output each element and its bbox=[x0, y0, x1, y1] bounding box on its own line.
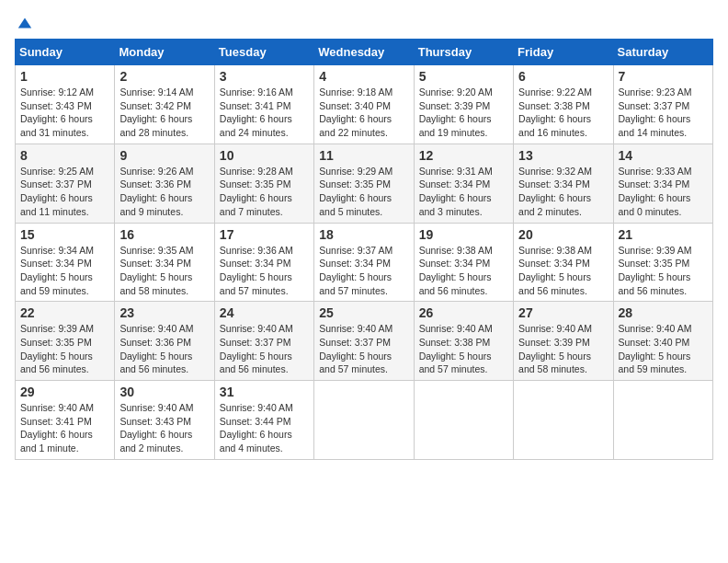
day-number: 17 bbox=[220, 227, 309, 242]
calendar-cell bbox=[514, 381, 613, 460]
day-number: 28 bbox=[619, 305, 708, 320]
calendar-header-sunday: Sunday bbox=[16, 40, 115, 65]
day-info: Sunrise: 9:40 AMSunset: 3:41 PMDaylight:… bbox=[20, 401, 109, 455]
svg-marker-0 bbox=[18, 18, 31, 29]
day-info: Sunrise: 9:40 AMSunset: 3:43 PMDaylight:… bbox=[119, 401, 209, 455]
day-info: Sunrise: 9:38 AMSunset: 3:34 PMDaylight:… bbox=[419, 244, 508, 298]
day-info: Sunrise: 9:25 AMSunset: 3:37 PMDaylight:… bbox=[20, 165, 109, 219]
calendar-cell: 15Sunrise: 9:34 AMSunset: 3:34 PMDayligh… bbox=[16, 223, 115, 302]
calendar-cell: 22Sunrise: 9:39 AMSunset: 3:35 PMDayligh… bbox=[16, 302, 115, 381]
day-number: 26 bbox=[419, 305, 508, 320]
day-info: Sunrise: 9:32 AMSunset: 3:34 PMDaylight:… bbox=[518, 165, 608, 219]
calendar-header-tuesday: Tuesday bbox=[214, 40, 313, 65]
day-number: 14 bbox=[619, 148, 708, 163]
day-number: 8 bbox=[20, 148, 109, 163]
day-number: 2 bbox=[119, 69, 209, 84]
calendar-cell: 18Sunrise: 9:37 AMSunset: 3:34 PMDayligh… bbox=[314, 223, 414, 302]
calendar-cell: 11Sunrise: 9:29 AMSunset: 3:35 PMDayligh… bbox=[314, 144, 414, 223]
day-info: Sunrise: 9:40 AMSunset: 3:37 PMDaylight:… bbox=[319, 322, 408, 376]
calendar-cell: 21Sunrise: 9:39 AMSunset: 3:35 PMDayligh… bbox=[613, 223, 712, 302]
day-number: 11 bbox=[319, 148, 408, 163]
calendar-cell: 14Sunrise: 9:33 AMSunset: 3:34 PMDayligh… bbox=[613, 144, 712, 223]
day-info: Sunrise: 9:36 AMSunset: 3:34 PMDaylight:… bbox=[220, 244, 309, 298]
day-info: Sunrise: 9:20 AMSunset: 3:39 PMDaylight:… bbox=[419, 86, 508, 140]
calendar-week-3: 15Sunrise: 9:34 AMSunset: 3:34 PMDayligh… bbox=[16, 223, 713, 302]
day-number: 9 bbox=[119, 148, 209, 163]
calendar-body: 1Sunrise: 9:12 AMSunset: 3:43 PMDaylight… bbox=[16, 65, 713, 460]
calendar-cell: 2Sunrise: 9:14 AMSunset: 3:42 PMDaylight… bbox=[115, 65, 214, 144]
day-number: 18 bbox=[319, 227, 408, 242]
calendar-cell: 16Sunrise: 9:35 AMSunset: 3:34 PMDayligh… bbox=[115, 223, 214, 302]
day-number: 13 bbox=[518, 148, 608, 163]
day-number: 1 bbox=[20, 69, 109, 84]
calendar-cell bbox=[314, 381, 414, 460]
day-number: 12 bbox=[419, 148, 508, 163]
day-number: 15 bbox=[20, 227, 109, 242]
calendar-cell: 12Sunrise: 9:31 AMSunset: 3:34 PMDayligh… bbox=[414, 144, 513, 223]
page-header bbox=[15, 15, 713, 28]
calendar-header-thursday: Thursday bbox=[414, 40, 513, 65]
calendar-week-1: 1Sunrise: 9:12 AMSunset: 3:43 PMDaylight… bbox=[16, 65, 713, 144]
calendar-cell bbox=[613, 381, 712, 460]
day-number: 29 bbox=[20, 385, 109, 399]
day-info: Sunrise: 9:40 AMSunset: 3:37 PMDaylight:… bbox=[220, 322, 309, 376]
calendar-cell: 29Sunrise: 9:40 AMSunset: 3:41 PMDayligh… bbox=[16, 381, 115, 460]
day-number: 30 bbox=[119, 385, 209, 399]
calendar-header-friday: Friday bbox=[514, 40, 613, 65]
day-number: 20 bbox=[518, 227, 608, 242]
day-number: 24 bbox=[220, 305, 309, 320]
day-info: Sunrise: 9:38 AMSunset: 3:34 PMDaylight:… bbox=[518, 244, 608, 298]
calendar-cell: 26Sunrise: 9:40 AMSunset: 3:38 PMDayligh… bbox=[414, 302, 513, 381]
day-info: Sunrise: 9:40 AMSunset: 3:40 PMDaylight:… bbox=[619, 322, 708, 376]
day-info: Sunrise: 9:23 AMSunset: 3:37 PMDaylight:… bbox=[619, 86, 708, 140]
day-info: Sunrise: 9:35 AMSunset: 3:34 PMDaylight:… bbox=[119, 244, 209, 298]
calendar-cell: 1Sunrise: 9:12 AMSunset: 3:43 PMDaylight… bbox=[16, 65, 115, 144]
day-info: Sunrise: 9:12 AMSunset: 3:43 PMDaylight:… bbox=[20, 86, 109, 140]
day-info: Sunrise: 9:18 AMSunset: 3:40 PMDaylight:… bbox=[319, 86, 408, 140]
day-number: 25 bbox=[319, 305, 408, 320]
calendar-cell: 6Sunrise: 9:22 AMSunset: 3:38 PMDaylight… bbox=[514, 65, 613, 144]
calendar-header-saturday: Saturday bbox=[613, 40, 712, 65]
calendar-cell: 27Sunrise: 9:40 AMSunset: 3:39 PMDayligh… bbox=[514, 302, 613, 381]
day-info: Sunrise: 9:29 AMSunset: 3:35 PMDaylight:… bbox=[319, 165, 408, 219]
calendar-cell: 24Sunrise: 9:40 AMSunset: 3:37 PMDayligh… bbox=[214, 302, 313, 381]
calendar-cell: 8Sunrise: 9:25 AMSunset: 3:37 PMDaylight… bbox=[16, 144, 115, 223]
day-info: Sunrise: 9:39 AMSunset: 3:35 PMDaylight:… bbox=[619, 244, 708, 298]
day-info: Sunrise: 9:14 AMSunset: 3:42 PMDaylight:… bbox=[119, 86, 209, 140]
day-number: 19 bbox=[419, 227, 508, 242]
day-number: 27 bbox=[518, 305, 608, 320]
day-info: Sunrise: 9:28 AMSunset: 3:35 PMDaylight:… bbox=[220, 165, 309, 219]
calendar-cell: 3Sunrise: 9:16 AMSunset: 3:41 PMDaylight… bbox=[214, 65, 313, 144]
day-info: Sunrise: 9:40 AMSunset: 3:44 PMDaylight:… bbox=[220, 401, 309, 455]
calendar-table: SundayMondayTuesdayWednesdayThursdayFrid… bbox=[15, 39, 713, 460]
day-number: 10 bbox=[220, 148, 309, 163]
calendar-cell: 17Sunrise: 9:36 AMSunset: 3:34 PMDayligh… bbox=[214, 223, 313, 302]
day-number: 31 bbox=[220, 385, 309, 399]
calendar-cell: 13Sunrise: 9:32 AMSunset: 3:34 PMDayligh… bbox=[514, 144, 613, 223]
calendar-cell: 9Sunrise: 9:26 AMSunset: 3:36 PMDaylight… bbox=[115, 144, 214, 223]
day-number: 6 bbox=[518, 69, 608, 84]
calendar-cell: 5Sunrise: 9:20 AMSunset: 3:39 PMDaylight… bbox=[414, 65, 513, 144]
calendar-cell: 10Sunrise: 9:28 AMSunset: 3:35 PMDayligh… bbox=[214, 144, 313, 223]
calendar-cell: 20Sunrise: 9:38 AMSunset: 3:34 PMDayligh… bbox=[514, 223, 613, 302]
day-info: Sunrise: 9:22 AMSunset: 3:38 PMDaylight:… bbox=[518, 86, 608, 140]
logo-icon bbox=[17, 15, 33, 31]
calendar-cell: 23Sunrise: 9:40 AMSunset: 3:36 PMDayligh… bbox=[115, 302, 214, 381]
calendar-header-monday: Monday bbox=[115, 40, 214, 65]
calendar-cell: 28Sunrise: 9:40 AMSunset: 3:40 PMDayligh… bbox=[613, 302, 712, 381]
day-info: Sunrise: 9:39 AMSunset: 3:35 PMDaylight:… bbox=[20, 322, 109, 376]
day-info: Sunrise: 9:40 AMSunset: 3:38 PMDaylight:… bbox=[419, 322, 508, 376]
day-number: 23 bbox=[119, 305, 209, 320]
calendar-cell: 25Sunrise: 9:40 AMSunset: 3:37 PMDayligh… bbox=[314, 302, 414, 381]
logo bbox=[15, 15, 33, 28]
day-number: 4 bbox=[319, 69, 408, 84]
day-number: 5 bbox=[419, 69, 508, 84]
day-info: Sunrise: 9:26 AMSunset: 3:36 PMDaylight:… bbox=[119, 165, 209, 219]
calendar-header-row: SundayMondayTuesdayWednesdayThursdayFrid… bbox=[16, 40, 713, 65]
day-number: 21 bbox=[619, 227, 708, 242]
day-info: Sunrise: 9:34 AMSunset: 3:34 PMDaylight:… bbox=[20, 244, 109, 298]
day-number: 7 bbox=[619, 69, 708, 84]
day-info: Sunrise: 9:40 AMSunset: 3:39 PMDaylight:… bbox=[518, 322, 608, 376]
day-number: 16 bbox=[119, 227, 209, 242]
calendar-week-5: 29Sunrise: 9:40 AMSunset: 3:41 PMDayligh… bbox=[16, 381, 713, 460]
